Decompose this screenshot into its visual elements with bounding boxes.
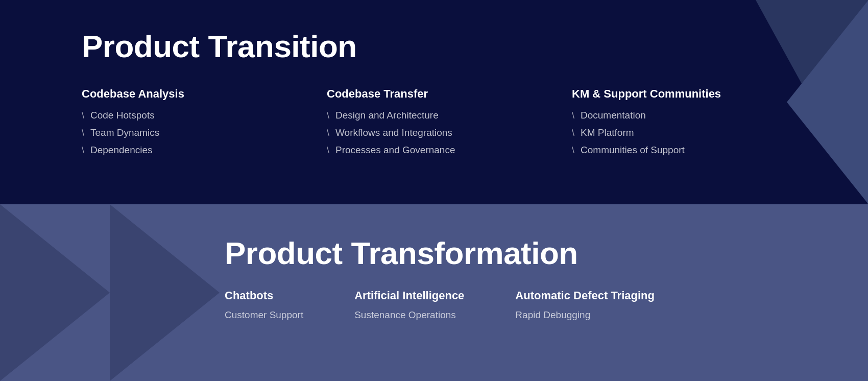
column-title-codebase-transfer: Codebase Transfer xyxy=(327,87,541,101)
product-transition-title: Product Transition xyxy=(82,28,868,64)
column-defect-triaging: Automatic Defect Triaging Rapid Debuggin… xyxy=(515,289,655,321)
list-item: \ KM Platform xyxy=(572,127,786,138)
backslash-icon: \ xyxy=(327,145,329,156)
backslash-icon: \ xyxy=(572,145,574,156)
list-item: Rapid Debugging xyxy=(515,309,655,321)
column-km-support: KM & Support Communities \ Documentation… xyxy=(572,87,786,162)
column-title-codebase-analysis: Codebase Analysis xyxy=(82,87,296,101)
backslash-icon: \ xyxy=(572,128,574,138)
list-item: \ Dependencies xyxy=(82,145,296,156)
top-content: Product Transition Codebase Analysis \ C… xyxy=(0,0,868,182)
top-columns-row: Codebase Analysis \ Code Hotspots \ Team… xyxy=(82,87,868,162)
column-title-defect-triaging: Automatic Defect Triaging xyxy=(515,289,655,302)
bottom-columns-row: Chatbots Customer Support Artificial Int… xyxy=(225,289,868,321)
backslash-icon: \ xyxy=(82,145,84,156)
column-title-ai: Artificial Intelligence xyxy=(354,289,464,302)
list-item: Sustenance Operations xyxy=(354,309,464,321)
backslash-icon: \ xyxy=(327,128,329,138)
list-item: \ Processes and Governance xyxy=(327,145,541,156)
backslash-icon: \ xyxy=(82,128,84,138)
column-title-chatbots: Chatbots xyxy=(225,289,303,302)
list-item: \ Documentation xyxy=(572,110,786,121)
backslash-icon: \ xyxy=(82,110,84,121)
column-title-km-support: KM & Support Communities xyxy=(572,87,786,101)
column-codebase-analysis: Codebase Analysis \ Code Hotspots \ Team… xyxy=(82,87,296,162)
top-section: Product Transition Codebase Analysis \ C… xyxy=(0,0,868,204)
list-item: \ Code Hotspots xyxy=(82,110,296,121)
bottom-section: Product Transformation Chatbots Customer… xyxy=(0,204,868,381)
bottom-content: Product Transformation Chatbots Customer… xyxy=(0,204,868,341)
list-item: Customer Support xyxy=(225,309,303,321)
list-item: \ Communities of Support xyxy=(572,145,786,156)
backslash-icon: \ xyxy=(572,110,574,121)
product-transformation-title: Product Transformation xyxy=(225,235,868,271)
column-chatbots: Chatbots Customer Support xyxy=(225,289,303,321)
column-codebase-transfer: Codebase Transfer \ Design and Architect… xyxy=(327,87,541,162)
list-item: \ Team Dynamics xyxy=(82,127,296,138)
backslash-icon: \ xyxy=(327,110,329,121)
list-item: \ Workflows and Integrations xyxy=(327,127,541,138)
column-ai: Artificial Intelligence Sustenance Opera… xyxy=(354,289,464,321)
list-item: \ Design and Architecture xyxy=(327,110,541,121)
